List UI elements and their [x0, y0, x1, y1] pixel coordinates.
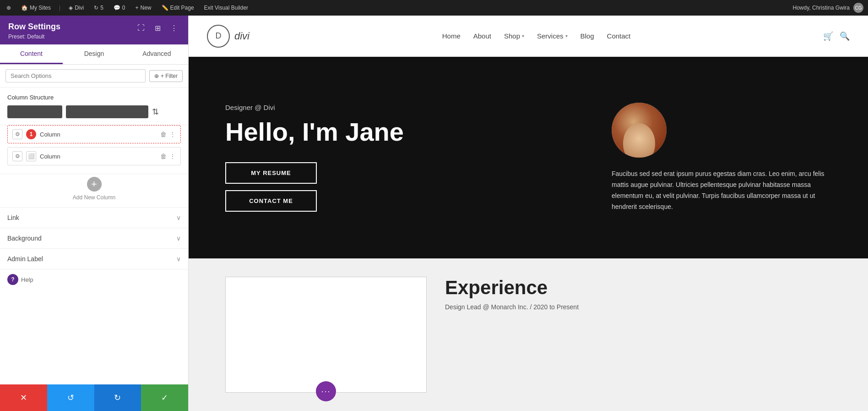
main-layout: Row Settings Preset: Default ⛶ ⊞ ⋮ Conte… — [0, 16, 868, 411]
site-logo: D divi — [207, 25, 250, 48]
col-option-half[interactable] — [7, 105, 62, 118]
undo-button[interactable]: ↺ — [47, 384, 94, 411]
sep1: | — [59, 5, 60, 11]
cart-icon[interactable]: 🛒 — [823, 31, 833, 41]
messages-count: 0 — [122, 5, 125, 11]
avatar — [612, 103, 667, 158]
contact-button[interactable]: CONTACT ME — [225, 190, 317, 212]
hero-buttons: MY RESUME CONTACT ME — [225, 162, 317, 212]
services-arrow: ▾ — [565, 33, 568, 38]
tab-design[interactable]: Design — [63, 44, 125, 64]
resume-button[interactable]: MY RESUME — [225, 162, 317, 184]
plus-icon: + — [136, 5, 139, 11]
admin-label-title: Admin Label — [7, 255, 43, 263]
link-accordion-header[interactable]: Link ∨ — [0, 208, 188, 228]
exit-vb-btn[interactable]: Exit Visual Builder — [202, 0, 250, 16]
more-vert-icon[interactable]: ⋮ — [169, 131, 176, 138]
lower-section: ··· Experience Design Lead @ Monarch Inc… — [189, 258, 868, 411]
edit-page-btn[interactable]: ✏️ Edit Page — [160, 0, 196, 16]
sidebar: Row Settings Preset: Default ⛶ ⊞ ⋮ Conte… — [0, 16, 189, 411]
nav-blog[interactable]: Blog — [580, 32, 594, 40]
help-row: ? Help — [0, 269, 188, 290]
divi-btn[interactable]: ◈ Divi — [67, 0, 86, 16]
wp-icon-btn[interactable]: ⊕ — [5, 0, 13, 16]
comments-btn[interactable]: ↻ 5 — [92, 0, 105, 16]
logo-icon: D — [207, 25, 230, 48]
refresh-icon: ↻ — [94, 5, 98, 11]
background-accordion: Background ∨ — [0, 228, 188, 249]
module-icon[interactable]: ⬜ — [26, 151, 36, 161]
chevron-down-icon-3: ∨ — [176, 255, 181, 263]
sidebar-preset: Preset: Default — [8, 33, 60, 40]
lower-right-panel: Experience Design Lead @ Monarch Inc. / … — [445, 277, 841, 393]
add-column-label: Add New Column — [73, 194, 115, 201]
dots-menu-button[interactable]: ··· — [316, 381, 336, 401]
add-column-button[interactable]: + — [87, 177, 102, 192]
chevron-down-icon: ∨ — [176, 214, 181, 221]
tab-advanced[interactable]: Advanced — [125, 44, 188, 64]
experience-title: Experience — [445, 277, 841, 299]
fullscreen-icon[interactable]: ⛶ — [135, 22, 147, 34]
site-nav: Home About Shop ▾ Services ▾ Blog Contac… — [442, 32, 631, 40]
lower-left-panel: ··· — [225, 277, 427, 393]
column-label-1: Column — [40, 131, 157, 138]
columns-icon[interactable]: ⊞ — [152, 22, 163, 34]
sidebar-header-actions: ⛶ ⊞ ⋮ — [135, 22, 180, 34]
home-icon: 🏠 — [21, 5, 28, 11]
help-label: Help — [21, 276, 33, 283]
messages-btn[interactable]: 💬 0 — [112, 0, 127, 16]
redo-button[interactable]: ↻ — [94, 384, 141, 411]
background-accordion-header[interactable]: Background ∨ — [0, 228, 188, 248]
column-badge-1: 1 — [26, 129, 36, 139]
admin-label-accordion-header[interactable]: Admin Label ∨ — [0, 249, 188, 269]
nav-shop[interactable]: Shop ▾ — [504, 32, 524, 40]
nav-services[interactable]: Services ▾ — [537, 32, 568, 40]
site-nav-icons: 🛒 🔍 — [823, 31, 850, 41]
help-button[interactable]: ? — [7, 274, 18, 285]
logo-d: D — [216, 31, 222, 41]
filter-button[interactable]: ⊕ + Filter — [149, 70, 183, 82]
main-content: D divi Home About Shop ▾ Services ▾ Blog… — [189, 16, 868, 411]
column-label-2: Column — [40, 153, 157, 160]
search-icon[interactable]: 🔍 — [840, 31, 850, 41]
save-button[interactable]: ✓ — [141, 384, 188, 411]
site-header: D divi Home About Shop ▾ Services ▾ Blog… — [189, 16, 868, 57]
sidebar-search-area: ⊕ + Filter — [0, 65, 188, 88]
delete-icon[interactable]: 🗑 — [160, 131, 167, 138]
search-input[interactable] — [5, 69, 146, 82]
avatar-face — [623, 123, 655, 158]
col-option-arrow[interactable]: ⇅ — [152, 107, 159, 117]
user-avatar[interactable]: CG — [853, 3, 863, 13]
table-row: ⚙ ⬜ Column 🗑 ⋮ — [7, 147, 181, 165]
cancel-button[interactable]: ✕ — [0, 384, 47, 411]
more-vert-icon-2[interactable]: ⋮ — [169, 153, 176, 160]
divi-label: Divi — [75, 5, 84, 11]
experience-subtitle: Design Lead @ Monarch Inc. / 2020 to Pre… — [445, 303, 841, 311]
hero-right: Faucibus sed sed erat ipsum purus egesta… — [612, 103, 841, 212]
new-btn[interactable]: + New — [134, 0, 153, 16]
sidebar-header: Row Settings Preset: Default ⛶ ⊞ ⋮ — [0, 16, 188, 44]
more-icon[interactable]: ⋮ — [168, 22, 180, 34]
nav-contact[interactable]: Contact — [607, 32, 631, 40]
logo-text: divi — [234, 30, 250, 42]
table-row: ⚙ 1 Column 🗑 ⋮ — [7, 125, 181, 143]
sidebar-title-area: Row Settings Preset: Default — [8, 22, 60, 40]
add-column-area: + Add New Column — [0, 174, 188, 208]
message-icon: 💬 — [114, 5, 120, 11]
settings-icon[interactable]: ⚙ — [12, 129, 22, 139]
admin-bar-right: Howdy, Christina Gwira CG — [793, 3, 863, 13]
tab-content[interactable]: Content — [0, 44, 63, 64]
nav-home[interactable]: Home — [442, 32, 461, 40]
sidebar-bottom-buttons: ✕ ↺ ↻ ✓ — [0, 384, 188, 411]
nav-about[interactable]: About — [473, 32, 491, 40]
settings-icon-2[interactable]: ⚙ — [12, 151, 22, 161]
avatar-image — [612, 103, 667, 158]
column-structure-title: Column Structure — [7, 94, 181, 101]
my-sites-btn[interactable]: 🏠 My Sites — [19, 0, 53, 16]
col-option-full[interactable] — [66, 105, 148, 118]
chevron-down-icon-2: ∨ — [176, 235, 181, 242]
link-accordion-title: Link — [7, 214, 19, 221]
delete-icon-2[interactable]: 🗑 — [160, 153, 167, 160]
column-1-actions: 🗑 ⋮ — [160, 131, 176, 138]
edit-page-label: Edit Page — [170, 5, 194, 11]
